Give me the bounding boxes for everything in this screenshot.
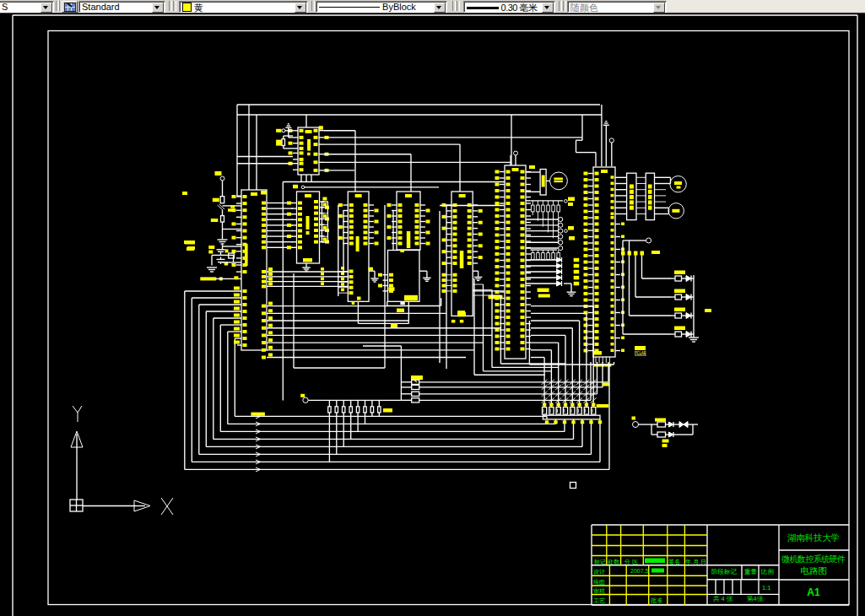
svg-text:重量: 重量 [744,568,758,575]
svg-text:标记: 标记 [593,559,606,565]
svg-text:1:1: 1:1 [762,584,770,592]
svg-text:A1: A1 [807,586,820,598]
svg-text:PCLAB: PCLAB [635,351,646,355]
svg-text:工艺: 工艺 [593,597,605,603]
svg-text:微机数控系统硬件: 微机数控系统硬件 [781,554,846,564]
svg-text:2007.5: 2007.5 [630,568,649,574]
svg-text:绘图: 绘图 [593,579,605,586]
svg-text:审核: 审核 [593,588,605,595]
svg-text:比例: 比例 [761,568,774,575]
svg-text:湖南科技大学: 湖南科技大学 [787,532,840,543]
svg-text:批准: 批准 [651,597,662,604]
svg-text:分 区: 分 区 [624,559,638,565]
svg-text:设计: 设计 [593,569,605,575]
svg-text:处数: 处数 [608,559,620,565]
svg-text:阶段标记: 阶段标记 [711,568,738,575]
svg-text:第4张: 第4张 [747,595,764,602]
svg-text:年.月.日: 年.月.日 [685,559,706,565]
svg-text:电路图: 电路图 [800,565,827,575]
svg-text:共 4 张: 共 4 张 [713,595,733,602]
svg-text:签名: 签名 [668,559,680,565]
